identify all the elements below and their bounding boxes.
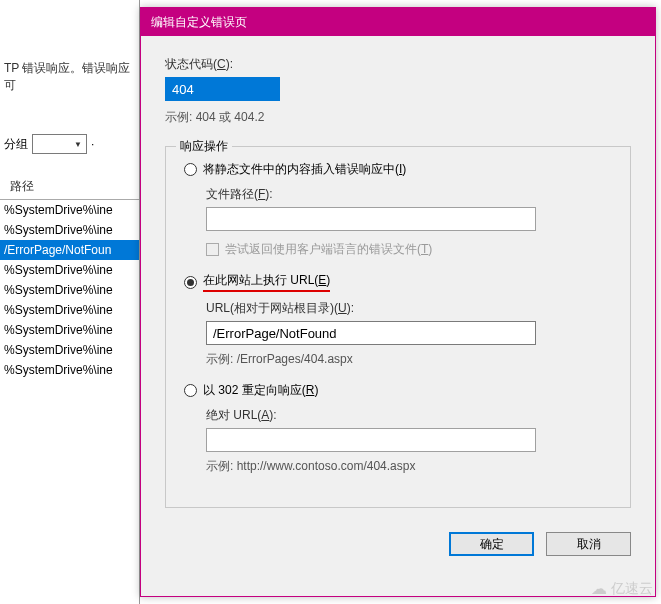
file-path-label: 文件路径(F): [206,186,612,203]
status-code-input[interactable] [165,77,280,101]
checkbox-icon [206,243,219,256]
relative-url-example: 示例: /ErrorPages/404.aspx [206,351,612,368]
list-item[interactable]: %SystemDrive%\ine [0,300,139,320]
chevron-down-icon: ▼ [74,140,82,149]
list-item[interactable]: %SystemDrive%\ine [0,280,139,300]
response-action-legend: 响应操作 [176,138,232,155]
relative-url-block: URL(相对于网站根目录)(U): 示例: /ErrorPages/404.as… [206,300,612,368]
list-header-path[interactable]: 路径 [0,174,139,200]
radio-302-redirect[interactable]: 以 302 重定向响应(R) [184,382,612,399]
ok-button[interactable]: 确定 [449,532,534,556]
list-item[interactable]: %SystemDrive%\ine [0,320,139,340]
response-action-group: 响应操作 将静态文件中的内容插入错误响应中(I) 文件路径(F): 尝试返回使用… [165,146,631,508]
file-path-input [206,207,536,231]
try-return-client-lang: 尝试返回使用客户端语言的错误文件(T) [206,241,612,258]
list-item[interactable]: %SystemDrive%\ine [0,260,139,280]
list-item[interactable]: %SystemDrive%\ine [0,220,139,240]
list-item[interactable]: %SystemDrive%\ine [0,340,139,360]
group-dot: · [91,137,94,151]
dialog-titlebar[interactable]: 编辑自定义错误页 [141,8,655,36]
radio-icon [184,163,197,176]
status-code-label: 状态代码(C): [165,56,631,73]
group-by-row: 分组 ▼ · [0,134,139,154]
absolute-url-input [206,428,536,452]
radio-icon [184,384,197,397]
background-panel: TP 错误响应。错误响应可 分组 ▼ · 路径 %SystemDrive%\in… [0,0,140,604]
radio-icon [184,276,197,289]
list-item[interactable]: %SystemDrive%\ine [0,360,139,380]
radio-static-file[interactable]: 将静态文件中的内容插入错误响应中(I) [184,161,612,178]
group-by-combo[interactable]: ▼ [32,134,87,154]
list-item[interactable]: /ErrorPage/NotFoun [0,240,139,260]
dialog-buttons: 确定 取消 [165,532,631,556]
path-list[interactable]: %SystemDrive%\ine %SystemDrive%\ine /Err… [0,200,139,380]
relative-url-label: URL(相对于网站根目录)(U): [206,300,612,317]
file-path-block: 文件路径(F): 尝试返回使用客户端语言的错误文件(T) [206,186,612,258]
watermark: ☁ 亿速云 [591,579,653,598]
edit-error-page-dialog: 编辑自定义错误页 状态代码(C): 示例: 404 或 404.2 响应操作 将… [140,7,656,597]
group-by-label: 分组 [4,136,28,153]
relative-url-input[interactable] [206,321,536,345]
radio-execute-url[interactable]: 在此网站上执行 URL(E) [184,272,612,292]
list-item[interactable]: %SystemDrive%\ine [0,200,139,220]
cancel-button[interactable]: 取消 [546,532,631,556]
absolute-url-block: 绝对 URL(A): 示例: http://www.contoso.com/40… [206,407,612,475]
dialog-title: 编辑自定义错误页 [151,14,247,31]
cloud-icon: ☁ [591,579,607,598]
absolute-url-example: 示例: http://www.contoso.com/404.aspx [206,458,612,475]
dialog-body: 状态代码(C): 示例: 404 或 404.2 响应操作 将静态文件中的内容插… [141,36,655,572]
absolute-url-label: 绝对 URL(A): [206,407,612,424]
status-code-example: 示例: 404 或 404.2 [165,109,631,126]
watermark-text: 亿速云 [611,580,653,598]
bg-intro-text: TP 错误响应。错误响应可 [0,60,139,94]
